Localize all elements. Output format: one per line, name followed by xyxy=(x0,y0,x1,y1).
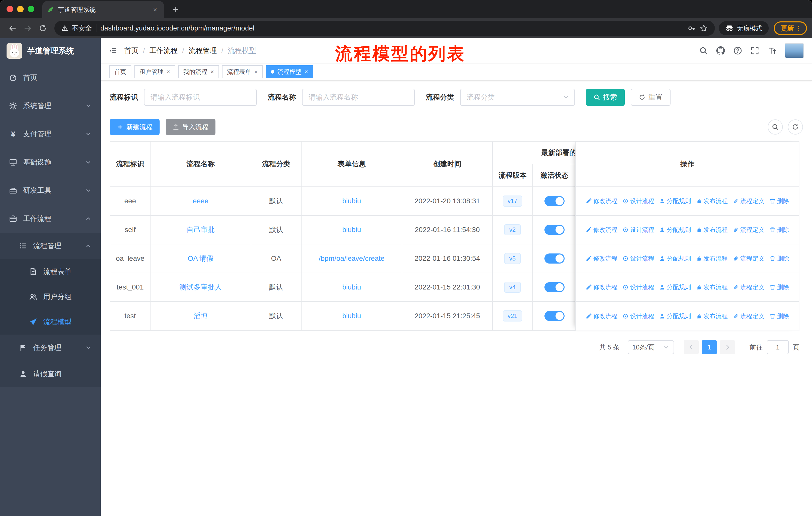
process-name-link[interactable]: eeee xyxy=(193,197,208,205)
sidebar-item-workflow[interactable]: 工作流程 xyxy=(0,205,101,233)
key-icon[interactable] xyxy=(688,24,696,32)
active-toggle[interactable] xyxy=(545,282,564,292)
prev-page-button[interactable] xyxy=(684,340,699,354)
action-edit-process[interactable]: 修改流程 xyxy=(586,254,617,263)
star-icon[interactable] xyxy=(700,24,708,32)
action-delete[interactable]: 删除 xyxy=(770,197,789,205)
tag-home[interactable]: 首页 xyxy=(109,65,132,78)
action-assign-rule[interactable]: 分配规则 xyxy=(659,226,691,234)
active-toggle[interactable] xyxy=(545,196,564,206)
font-size-icon[interactable] xyxy=(768,46,776,55)
forward-button[interactable] xyxy=(20,21,35,36)
breadcrumb-item[interactable]: 工作流程 xyxy=(149,46,178,55)
fullscreen-icon[interactable] xyxy=(751,46,759,55)
tag-process-model[interactable]: 流程模型 × xyxy=(266,65,313,78)
next-page-button[interactable] xyxy=(720,340,735,354)
process-id-input[interactable] xyxy=(144,89,257,106)
action-delete[interactable]: 删除 xyxy=(770,312,789,320)
action-design-process[interactable]: 设计流程 xyxy=(622,254,654,263)
tag-process-form[interactable]: 流程表单 × xyxy=(222,65,263,78)
action-assign-rule[interactable]: 分配规则 xyxy=(659,312,691,320)
tag-close-icon[interactable]: × xyxy=(210,69,214,75)
close-window-button[interactable] xyxy=(6,6,13,12)
action-process-definition[interactable]: 流程定义 xyxy=(733,226,764,234)
action-process-definition[interactable]: 流程定义 xyxy=(733,197,764,205)
sidebar-item-devtools[interactable]: 研发工具 xyxy=(0,176,101,205)
action-design-process[interactable]: 设计流程 xyxy=(622,226,654,234)
action-design-process[interactable]: 设计流程 xyxy=(622,312,654,320)
form-info-link[interactable]: biubiu xyxy=(342,312,361,320)
breadcrumb-item[interactable]: 首页 xyxy=(124,46,139,55)
reset-button[interactable]: 重置 xyxy=(631,89,671,106)
category-select[interactable]: 流程分类 xyxy=(460,89,575,106)
form-info-link[interactable]: biubiu xyxy=(342,197,361,205)
version-tag[interactable]: v5 xyxy=(504,253,521,264)
search-icon[interactable] xyxy=(699,46,708,55)
breadcrumb-item[interactable]: 流程管理 xyxy=(189,46,217,55)
action-assign-rule[interactable]: 分配规则 xyxy=(659,254,691,263)
form-info-link[interactable]: biubiu xyxy=(342,226,361,234)
action-edit-process[interactable]: 修改流程 xyxy=(586,312,617,320)
security-chip[interactable]: 不安全 xyxy=(61,24,92,33)
action-edit-process[interactable]: 修改流程 xyxy=(586,197,617,205)
sidebar-item-process-form[interactable]: 流程表单 xyxy=(0,259,101,284)
zoom-window-button[interactable] xyxy=(28,6,34,12)
action-design-process[interactable]: 设计流程 xyxy=(622,197,654,205)
action-process-definition[interactable]: 流程定义 xyxy=(733,312,764,320)
action-publish-process[interactable]: 发布流程 xyxy=(696,312,728,320)
process-name-link[interactable]: OA 请假 xyxy=(188,254,214,263)
import-process-button[interactable]: 导入流程 xyxy=(166,119,215,135)
action-design-process[interactable]: 设计流程 xyxy=(622,283,654,291)
action-assign-rule[interactable]: 分配规则 xyxy=(659,283,691,291)
kebab-menu-icon[interactable] xyxy=(795,25,802,31)
action-publish-process[interactable]: 发布流程 xyxy=(696,254,728,263)
app-logo[interactable]: 芋道管理系统 xyxy=(0,38,101,63)
tag-close-icon[interactable]: × xyxy=(167,69,170,75)
action-edit-process[interactable]: 修改流程 xyxy=(586,283,617,291)
update-button[interactable]: 更新 xyxy=(774,21,807,35)
process-name-link[interactable]: 滔博 xyxy=(194,311,208,321)
back-button[interactable] xyxy=(5,21,20,36)
minimize-window-button[interactable] xyxy=(17,6,24,12)
sidebar-item-user-group[interactable]: 用户分组 xyxy=(0,284,101,309)
tag-tenant[interactable]: 租户管理 × xyxy=(135,65,175,78)
tag-close-icon[interactable]: × xyxy=(254,69,258,75)
sidebar-item-process-model[interactable]: 流程模型 xyxy=(0,309,101,334)
page-size-select[interactable]: 10条/页 xyxy=(628,340,674,354)
sidebar-item-infrastructure[interactable]: 基础设施 xyxy=(0,148,101,176)
sidebar-item-payment[interactable]: ¥ 支付管理 xyxy=(0,120,101,148)
process-name-link[interactable]: 自己审批 xyxy=(186,225,215,235)
active-toggle[interactable] xyxy=(545,311,564,321)
tag-close-icon[interactable]: × xyxy=(304,69,308,75)
github-icon[interactable] xyxy=(716,46,725,55)
process-name-link[interactable]: 测试多审批人 xyxy=(179,282,222,292)
form-info-link[interactable]: biubiu xyxy=(342,283,361,291)
action-delete[interactable]: 删除 xyxy=(770,254,789,263)
version-tag[interactable]: v2 xyxy=(504,224,521,235)
refresh-table-button[interactable] xyxy=(788,119,803,135)
sidebar-item-task-manage[interactable]: 任务管理 xyxy=(0,334,101,361)
action-publish-process[interactable]: 发布流程 xyxy=(696,283,728,291)
active-toggle[interactable] xyxy=(545,225,564,235)
form-info-link[interactable]: /bpm/oa/leave/create xyxy=(319,254,385,263)
new-tab-button[interactable] xyxy=(168,2,183,17)
action-edit-process[interactable]: 修改流程 xyxy=(586,226,617,234)
sidebar-item-process-manage[interactable]: 流程管理 xyxy=(0,233,101,259)
version-tag[interactable]: v17 xyxy=(503,195,523,207)
sidebar-item-home[interactable]: 首页 xyxy=(0,63,101,92)
action-delete[interactable]: 删除 xyxy=(770,226,789,234)
current-page-button[interactable]: 1 xyxy=(702,340,717,354)
browser-tab[interactable]: 芋道管理系统 × xyxy=(42,1,164,18)
sidebar-toggle-icon[interactable] xyxy=(109,47,117,55)
action-assign-rule[interactable]: 分配规则 xyxy=(659,197,691,205)
process-name-input[interactable] xyxy=(302,89,415,106)
active-toggle[interactable] xyxy=(545,253,564,264)
user-avatar[interactable] xyxy=(785,43,804,58)
goto-page-input[interactable] xyxy=(767,340,789,354)
help-icon[interactable] xyxy=(733,46,742,55)
action-process-definition[interactable]: 流程定义 xyxy=(733,283,764,291)
sidebar-item-leave-query[interactable]: 请假查询 xyxy=(0,361,101,387)
action-process-definition[interactable]: 流程定义 xyxy=(733,254,764,263)
action-publish-process[interactable]: 发布流程 xyxy=(696,197,728,205)
create-process-button[interactable]: 新建流程 xyxy=(110,119,160,135)
